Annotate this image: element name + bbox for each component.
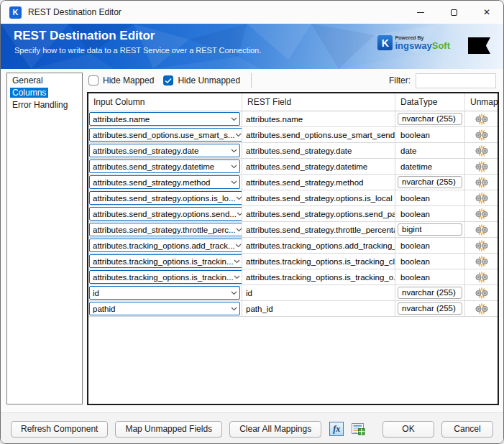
hide-mapped-checkbox[interactable]: Hide Mapped bbox=[88, 75, 154, 85]
combobox-value: id bbox=[93, 289, 231, 297]
unmap-cell[interactable] bbox=[465, 127, 498, 142]
combobox-value: attributes.tracking_options.add_track... bbox=[93, 241, 235, 250]
combobox-value: attributes.name bbox=[93, 115, 231, 124]
checkbox-unchecked-icon bbox=[88, 75, 98, 85]
datatype-editable-box[interactable]: nvarchar (255) bbox=[398, 302, 462, 315]
unmap-icon[interactable] bbox=[474, 303, 490, 315]
cancel-button[interactable]: Cancel bbox=[441, 421, 493, 438]
input-column-cell: attributes.send_strategy.date bbox=[88, 143, 242, 158]
unmap-cell[interactable] bbox=[465, 175, 498, 190]
sidebar-list: General Columns Error Handling bbox=[6, 73, 83, 404]
datatype-cell: bigint bbox=[395, 222, 465, 237]
combobox-value: attributes.send_strategy.date bbox=[93, 147, 231, 155]
table-row: attributes.tracking_options.is_trackin..… bbox=[88, 254, 498, 269]
unmap-icon[interactable] bbox=[474, 224, 490, 236]
combobox-value: attributes.send_strategy.options.is_lo..… bbox=[93, 194, 236, 203]
unmap-icon[interactable] bbox=[474, 256, 490, 267]
input-column-combobox[interactable]: attributes.send_strategy.options.is_lo..… bbox=[89, 191, 242, 205]
unmap-cell[interactable] bbox=[465, 143, 498, 158]
ok-button[interactable]: OK bbox=[382, 421, 434, 438]
datatype-editable-box[interactable]: nvarchar (255) bbox=[398, 287, 462, 299]
unmap-icon[interactable] bbox=[474, 193, 490, 204]
rest-field-cell[interactable]: attributes.tracking_options.is_tracking_… bbox=[242, 254, 395, 269]
unmap-cell[interactable] bbox=[465, 285, 498, 300]
datatype-cell: boolean bbox=[395, 206, 465, 221]
refresh-component-button[interactable]: Refresh Component bbox=[11, 421, 108, 438]
unmap-icon[interactable] bbox=[474, 114, 490, 125]
rest-field-cell[interactable]: attributes.send_strategy.date bbox=[242, 143, 395, 158]
rest-field-cell[interactable]: attributes.tracking_options.add_tracking… bbox=[242, 238, 395, 253]
unmap-icon[interactable] bbox=[474, 287, 490, 299]
input-column-combobox[interactable]: attributes.send_strategy.date bbox=[89, 144, 240, 157]
datatype-cell: datetime bbox=[395, 159, 465, 174]
filter-input[interactable] bbox=[416, 73, 496, 88]
footer-bar: Refresh Component Map Unmapped Fields Cl… bbox=[1, 412, 503, 444]
unmap-cell[interactable] bbox=[465, 269, 498, 285]
input-column-combobox[interactable]: attributes.send_strategy.options.send... bbox=[89, 207, 242, 221]
input-column-combobox[interactable]: attributes.name bbox=[89, 112, 240, 126]
minimize-button[interactable] bbox=[404, 1, 437, 24]
sidebar-item-general[interactable]: General bbox=[7, 75, 82, 87]
chevron-down-icon bbox=[231, 180, 237, 185]
unmap-cell[interactable] bbox=[465, 254, 498, 269]
unmap-cell[interactable] bbox=[465, 159, 498, 174]
datatype-editable-box[interactable]: nvarchar (255) bbox=[398, 176, 462, 188]
input-column-cell: attributes.tracking_options.is_trackin..… bbox=[88, 269, 242, 285]
input-column-combobox[interactable]: pathid bbox=[89, 302, 240, 315]
filter-group: Filter: bbox=[389, 73, 496, 88]
chevron-down-icon bbox=[231, 165, 237, 169]
unmap-cell[interactable] bbox=[465, 206, 498, 221]
input-column-combobox[interactable]: attributes.send_strategy.method bbox=[89, 175, 240, 189]
unmap-icon[interactable] bbox=[474, 177, 490, 188]
datatype-editable-box[interactable]: nvarchar (255) bbox=[398, 113, 462, 125]
unmap-icon[interactable] bbox=[474, 272, 490, 283]
expression-fx-icon[interactable]: fx bbox=[329, 422, 344, 436]
input-column-combobox[interactable]: attributes.send_strategy.datetime bbox=[89, 159, 240, 173]
sidebar-item-columns[interactable]: Columns bbox=[7, 87, 82, 99]
input-column-combobox[interactable]: attributes.send_options.use_smart_s... bbox=[89, 128, 242, 142]
unmap-icon[interactable] bbox=[474, 145, 490, 157]
datatype-editable-box[interactable]: bigint bbox=[398, 223, 462, 236]
input-column-combobox[interactable]: attributes.send_strategy.throttle_perc..… bbox=[89, 223, 242, 236]
unmap-icon[interactable] bbox=[474, 129, 490, 141]
chevron-down-icon bbox=[231, 291, 237, 295]
unmap-icon[interactable] bbox=[474, 161, 490, 172]
close-button[interactable]: ✕ bbox=[470, 1, 503, 24]
unmap-cell[interactable] bbox=[465, 222, 498, 237]
rest-field-cell[interactable]: attributes.tracking_options.is_tracking_… bbox=[242, 269, 395, 285]
rest-field-cell[interactable]: attributes.send_strategy.method bbox=[242, 175, 395, 190]
column-settings-icon[interactable] bbox=[351, 422, 365, 436]
kingswaysoft-k-icon: K bbox=[377, 35, 393, 50]
input-column-combobox[interactable]: attributes.tracking_options.is_trackin..… bbox=[89, 254, 242, 268]
maximize-button[interactable] bbox=[437, 1, 470, 24]
clear-all-mappings-button[interactable]: Clear All Mappings bbox=[229, 421, 321, 438]
input-column-combobox[interactable]: attributes.tracking_options.is_trackin..… bbox=[89, 270, 242, 284]
datatype-cell: boolean bbox=[395, 269, 465, 285]
unmap-cell[interactable] bbox=[465, 111, 498, 126]
rest-field-cell[interactable]: attributes.name bbox=[242, 111, 395, 126]
unmap-cell[interactable] bbox=[465, 238, 498, 253]
input-column-cell: attributes.send_strategy.options.send... bbox=[88, 206, 242, 221]
unmap-cell[interactable] bbox=[465, 190, 498, 205]
sidebar-item-error-handling[interactable]: Error Handling bbox=[7, 99, 82, 111]
unmap-icon[interactable] bbox=[474, 208, 490, 220]
input-column-combobox[interactable]: attributes.tracking_options.add_track... bbox=[89, 239, 242, 252]
rest-field-cell[interactable]: attributes.send_options.use_smart_sendin… bbox=[242, 127, 395, 142]
combobox-value: pathid bbox=[93, 305, 231, 313]
combobox-value: attributes.tracking_options.is_trackin..… bbox=[93, 273, 234, 282]
rest-field-cell[interactable]: attributes.send_strategy.options.is_loca… bbox=[242, 190, 395, 205]
combobox-value: attributes.send_strategy.method bbox=[93, 178, 231, 187]
rest-field-cell[interactable]: attributes.send_strategy.datetime bbox=[242, 159, 395, 174]
rest-field-cell[interactable]: attributes.send_strategy.options.send_pa… bbox=[242, 206, 395, 221]
rest-field-cell[interactable]: attributes.send_strategy.throttle_percen… bbox=[242, 222, 395, 237]
table-header-row: Input Column REST Field DataType Unmap bbox=[88, 93, 498, 111]
hide-unmapped-checkbox[interactable]: Hide Unmapped bbox=[163, 75, 240, 85]
rest-field-cell[interactable]: id bbox=[242, 285, 395, 300]
input-column-combobox[interactable]: id bbox=[89, 286, 240, 300]
unmap-icon[interactable] bbox=[474, 240, 490, 251]
rest-field-cell[interactable]: path_id bbox=[242, 301, 395, 316]
chevron-down-icon bbox=[235, 133, 242, 137]
unmap-cell[interactable] bbox=[465, 301, 498, 316]
title-bar: K REST Destination Editor ✕ bbox=[1, 1, 503, 24]
map-unmapped-fields-button[interactable]: Map Unmapped Fields bbox=[115, 421, 222, 438]
